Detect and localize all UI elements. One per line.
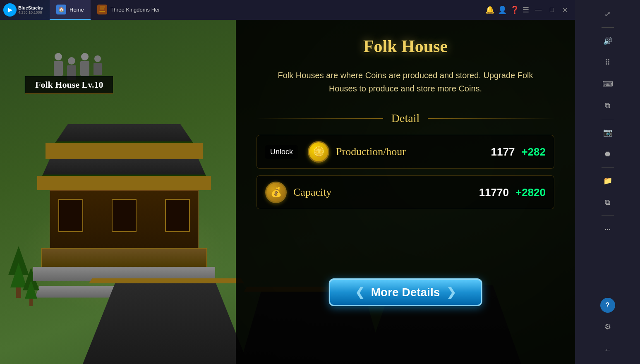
- bs-icon: ▶: [3, 3, 17, 17]
- production-bonus: +282: [521, 146, 546, 158]
- unlock-area: Unlock: [265, 145, 298, 159]
- expand-sidebar-btn[interactable]: ⤢: [599, 5, 617, 23]
- close-button[interactable]: ✕: [560, 5, 570, 15]
- folder-btn[interactable]: 📁: [599, 172, 617, 190]
- copy-btn[interactable]: ⧉: [599, 96, 617, 115]
- keyboard-btn[interactable]: ⌨: [599, 75, 617, 93]
- game-tab-icon: 三: [97, 5, 107, 14]
- menu-icon[interactable]: ☰: [523, 5, 529, 14]
- detail-header: Detail: [256, 112, 554, 125]
- info-panel: Folk House Folk Houses are where Coins a…: [236, 20, 575, 364]
- settings-btn[interactable]: ⚙: [599, 318, 617, 336]
- panel-description: Folk Houses are where Coins are produced…: [277, 69, 534, 95]
- record-btn[interactable]: ⏺: [599, 145, 617, 163]
- capacity-value: 11770: [479, 186, 509, 199]
- production-value: 1177: [491, 146, 515, 158]
- more-details-label: More Details: [371, 286, 440, 299]
- right-sidebar: ⤢ 🔊 ⠿ ⌨ ⧉ 📷 ⏺ 📁 ⧉ ··· ? ⚙ ←: [575, 0, 640, 364]
- camera-btn[interactable]: 📷: [599, 123, 617, 141]
- dots-grid-btn[interactable]: ⠿: [599, 53, 617, 72]
- production-stat-row: Unlock 🪙 Production/hour 1177 +282: [256, 135, 554, 169]
- volume-btn[interactable]: 🔊: [599, 32, 617, 50]
- building[interactable]: [33, 124, 215, 281]
- titlebar: ▶ BlueStacks 4.230.10.1008 🏠 Home 三 Thre…: [0, 0, 575, 20]
- more-btn[interactable]: ···: [599, 220, 617, 238]
- capacity-label: Capacity: [293, 186, 472, 199]
- detail-section: Detail Unlock 🪙 Production/hour 1177 +28…: [256, 112, 554, 209]
- production-label: Production/hour: [336, 146, 484, 158]
- app-version: 4.230.10.1008: [18, 10, 43, 14]
- tab-game[interactable]: 三 Three Kingdoms Her: [91, 0, 167, 20]
- back-btn[interactable]: ←: [599, 341, 617, 359]
- home-tab-icon: 🏠: [56, 5, 66, 14]
- production-coin-icon: 🪙: [308, 141, 329, 163]
- titlebar-controls: 🔔 👤 ❓ ☰ — □ ✕: [480, 5, 575, 15]
- bluestacks-logo: ▶ BlueStacks 4.230.10.1008: [0, 0, 50, 20]
- detail-line-right: [428, 118, 554, 119]
- app-name: BlueStacks: [18, 5, 43, 10]
- home-tab-label: Home: [70, 7, 84, 13]
- tab-home[interactable]: 🏠 Home: [50, 0, 91, 20]
- maximize-button[interactable]: □: [547, 5, 556, 14]
- game-tab-label: Three Kingdoms Her: [110, 7, 160, 13]
- notification-icon[interactable]: 🔔: [485, 5, 494, 14]
- panel-title: Folk House: [256, 36, 554, 56]
- detail-line-left: [256, 118, 383, 119]
- layers-btn[interactable]: ⧉: [599, 193, 617, 211]
- unlock-label: Unlock: [270, 148, 293, 156]
- detail-title: Detail: [391, 112, 419, 125]
- btn-arrow-right: ❯: [446, 285, 456, 299]
- help-sidebar-btn[interactable]: ?: [600, 298, 615, 313]
- game-area: Folk House Lv.10: [0, 20, 575, 364]
- btn-arrow-left: ❮: [355, 285, 364, 299]
- capacity-bonus: +2820: [515, 186, 546, 199]
- capacity-stat-row: 💰 Capacity 11770 +2820: [256, 175, 554, 209]
- game-background: Folk House Lv.10: [0, 20, 575, 364]
- help-icon[interactable]: ❓: [510, 5, 519, 14]
- building-level-label: Folk House Lv.10: [25, 76, 113, 94]
- minimize-button[interactable]: —: [532, 5, 544, 14]
- more-details-button[interactable]: ❮ More Details ❯: [329, 278, 482, 306]
- capacity-coin-icon: 💰: [265, 182, 287, 203]
- account-icon[interactable]: 👤: [498, 5, 507, 14]
